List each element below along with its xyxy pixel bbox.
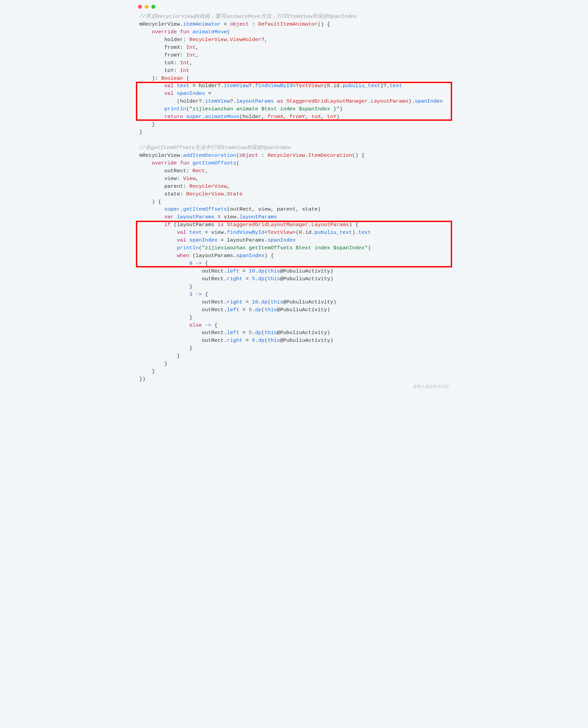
code-block: //开启RecyclerView的动画，重写animateMove方法，打印It… — [134, 13, 454, 387]
window-titlebar — [133, 0, 455, 11]
code-comment: //在getItemOffsets方法中打印ItemView对应的SpanInd… — [139, 145, 291, 151]
code-window: //开启RecyclerView的动画，重写animateMove方法，打印It… — [133, 0, 455, 393]
watermark: @稀土掘金技术社区 — [413, 384, 449, 390]
close-icon[interactable] — [138, 5, 142, 9]
minimize-icon[interactable] — [145, 5, 149, 9]
code-comment: //开启RecyclerView的动画，重写animateMove方法，打印It… — [139, 14, 357, 20]
maximize-icon[interactable] — [151, 5, 155, 9]
code-area: //开启RecyclerView的动画，重写animateMove方法，打印It… — [133, 11, 455, 393]
